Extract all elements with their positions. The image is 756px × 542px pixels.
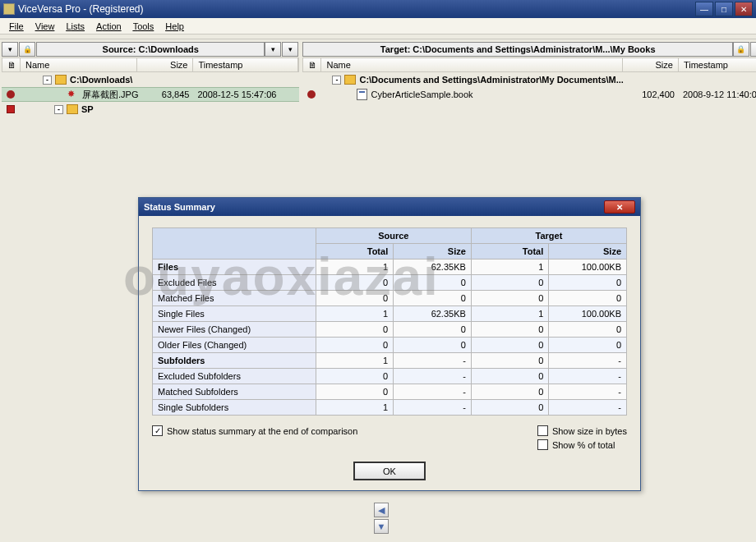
- item-size: 102,400: [624, 90, 680, 99]
- row-value: 0: [316, 322, 393, 338]
- item-size: 63,845: [138, 90, 194, 99]
- row-value: 0: [316, 338, 393, 353]
- row-value: 0: [471, 322, 548, 338]
- item-name: C:\Documents and Settings\Administrator\…: [359, 75, 623, 85]
- target-lock-button[interactable]: 🔒: [733, 42, 749, 57]
- status-dot-icon: [307, 90, 316, 99]
- row-value: 0: [471, 353, 548, 369]
- minimize-button[interactable]: —: [695, 2, 713, 16]
- expander-icon[interactable]: -: [332, 76, 341, 85]
- item-name: C:\Downloads\: [70, 75, 132, 85]
- col-timestamp[interactable]: Timestamp: [679, 58, 756, 71]
- summary-row: Newer Files (Changed)0000: [153, 322, 627, 338]
- app-icon: [3, 3, 15, 15]
- app-title: ViceVersa Pro - (Registered): [18, 3, 695, 15]
- nav-down-button[interactable]: ▼: [374, 519, 389, 534]
- row-value: 1: [471, 260, 548, 275]
- expander-icon[interactable]: -: [54, 105, 63, 114]
- source-opt2-button[interactable]: ▾: [282, 42, 298, 57]
- check-show-bytes[interactable]: Show size in bytes: [537, 425, 627, 436]
- col-size[interactable]: Size: [137, 58, 193, 71]
- row-value: 0: [394, 322, 472, 338]
- folder-row[interactable]: -C:\Downloads\: [2, 72, 299, 87]
- file-row[interactable]: CyberArticleSample.book102,4002008-9-12 …: [302, 87, 756, 102]
- row-value: 0: [471, 400, 548, 416]
- file-row[interactable]: ✸屏幕截图.JPG63,8452008-12-5 15:47:06: [2, 87, 299, 102]
- checkbox-icon: [537, 425, 548, 436]
- row-value: -: [394, 353, 472, 369]
- summary-row: Matched Files0000: [153, 291, 627, 306]
- row-label: Excluded Files: [153, 275, 316, 291]
- menu-view[interactable]: View: [30, 20, 61, 33]
- row-value: 0: [549, 291, 627, 306]
- folder-icon: [67, 104, 78, 114]
- item-timestamp: 2008-9-12 11:40:05: [680, 90, 756, 99]
- image-icon: ✸: [67, 89, 79, 100]
- target-opt1-button[interactable]: ▾: [750, 42, 756, 57]
- titlebar: ViceVersa Pro - (Registered) — □ ✕: [0, 0, 756, 18]
- row-value: 0: [549, 322, 627, 338]
- folder-row[interactable]: -C:\Documents and Settings\Administrator…: [302, 72, 756, 87]
- row-value: 1: [316, 353, 393, 369]
- col-name[interactable]: Name: [321, 58, 622, 71]
- check-show-summary[interactable]: ✓ Show status summary at the end of comp…: [152, 425, 537, 436]
- status-dot-icon: [7, 90, 15, 99]
- row-value: -: [549, 384, 627, 400]
- folder-row[interactable]: -SP: [2, 102, 299, 117]
- col-name[interactable]: Name: [21, 58, 137, 71]
- row-value: 0: [471, 275, 548, 291]
- summary-row: Subfolders1-0-: [153, 353, 627, 369]
- row-label: Single Files: [153, 306, 316, 322]
- row-value: 1: [316, 400, 393, 416]
- row-value: 0: [316, 291, 393, 306]
- menu-tools[interactable]: Tools: [127, 20, 160, 33]
- row-label: Older Files (Changed): [153, 338, 316, 353]
- row-value: 100.00KB: [549, 306, 627, 322]
- dialog-close-button[interactable]: ✕: [604, 200, 635, 214]
- item-name: CyberArticleSample.book: [371, 90, 472, 99]
- row-value: -: [394, 400, 472, 416]
- row-value: -: [394, 369, 472, 384]
- source-list-header: 🗎 Name Size Timestamp: [2, 57, 299, 72]
- row-value: 0: [316, 275, 393, 291]
- source-doc-button[interactable]: ▾: [2, 42, 18, 57]
- summary-row: Files162.35KB1100.00KB: [153, 260, 627, 275]
- row-value: -: [549, 400, 627, 416]
- col-timestamp[interactable]: Timestamp: [193, 58, 298, 71]
- row-value: 0: [549, 275, 627, 291]
- status-summary-dialog: Status Summary ✕ Source Target Total Siz…: [138, 197, 641, 491]
- check-show-pct[interactable]: Show % of total: [537, 439, 627, 450]
- expander-icon[interactable]: -: [43, 76, 52, 85]
- row-label: Excluded Subfolders: [153, 369, 316, 384]
- close-button[interactable]: ✕: [735, 2, 753, 16]
- checkbox-icon: ✓: [152, 425, 163, 436]
- row-value: 0: [394, 338, 472, 353]
- row-value: 0: [316, 369, 393, 384]
- source-opt1-button[interactable]: ▾: [265, 42, 281, 57]
- row-value: 0: [471, 369, 548, 384]
- menu-lists[interactable]: Lists: [60, 20, 90, 33]
- document-icon: [357, 89, 367, 100]
- col-size[interactable]: Size: [623, 58, 679, 71]
- nav-buttons: ◀ ▼: [374, 503, 389, 534]
- item-name: 屏幕截图.JPG: [82, 89, 138, 101]
- ok-button[interactable]: OK: [353, 462, 426, 480]
- row-value: -: [549, 369, 627, 384]
- menu-action[interactable]: Action: [90, 20, 127, 33]
- checkbox-icon: [537, 439, 548, 450]
- maximize-button[interactable]: □: [715, 2, 733, 16]
- row-value: 100.00KB: [549, 260, 627, 275]
- source-path: Source: C:\Downloads: [36, 42, 265, 57]
- row-label: Files: [153, 260, 316, 275]
- target-path: Target: C:\Documents and Settings\Admini…: [302, 42, 732, 57]
- row-value: -: [394, 384, 472, 400]
- source-lock-button[interactable]: 🔒: [19, 42, 35, 57]
- menu-help[interactable]: Help: [159, 20, 190, 33]
- row-value: 0: [549, 338, 627, 353]
- menu-file[interactable]: File: [3, 20, 30, 33]
- header-target: Target: [471, 228, 626, 244]
- folder-icon: [55, 75, 67, 85]
- summary-row: Excluded Files0000: [153, 275, 627, 291]
- nav-left-button[interactable]: ◀: [374, 503, 389, 517]
- summary-row: Excluded Subfolders0-0-: [153, 369, 627, 384]
